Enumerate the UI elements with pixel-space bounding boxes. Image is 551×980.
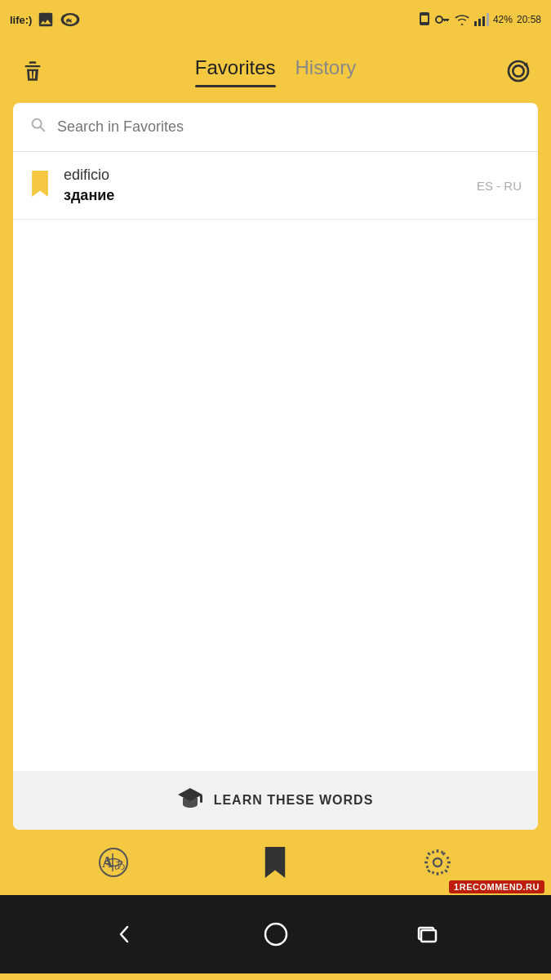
translate-icon: A あ (98, 847, 129, 878)
svg-rect-13 (25, 65, 41, 67)
status-left: life:) 🏍 (10, 11, 81, 29)
list-item: edificio здание ES - RU (13, 152, 538, 220)
svg-rect-4 (421, 16, 428, 22)
main-card: edificio здание ES - RU LEARN THESE WORD… (13, 103, 538, 830)
search-bar (13, 103, 538, 152)
signal-icon (474, 13, 489, 26)
svg-rect-27 (421, 930, 436, 942)
settings-icon (423, 848, 452, 877)
motorbike-icon: 🏍 (60, 11, 81, 29)
svg-rect-19 (200, 795, 202, 803)
svg-rect-12 (487, 13, 489, 26)
app-name-label: life:) (10, 14, 32, 26)
bookmark-filled-icon (29, 171, 51, 201)
android-nav (0, 895, 551, 973)
status-bar: life:) 🏍 42% 20:58 (0, 0, 551, 39)
svg-rect-11 (482, 16, 485, 26)
home-button[interactable] (258, 916, 294, 952)
battery-label: 42% (493, 14, 513, 25)
tab-favorites[interactable]: Favorites (195, 56, 276, 86)
refresh-icon (505, 58, 531, 84)
tabs-container: Favorites History (195, 56, 356, 86)
svg-rect-8 (444, 19, 446, 21)
search-icon (29, 116, 47, 138)
home-icon (263, 921, 289, 947)
learn-bar[interactable]: LEARN THESE WORDS (13, 771, 538, 830)
svg-rect-10 (478, 19, 481, 26)
settings-button[interactable] (416, 841, 459, 884)
trash-icon (21, 58, 44, 84)
photo-icon (37, 11, 55, 29)
svg-rect-7 (447, 19, 448, 21)
recent-icon (415, 923, 438, 946)
search-input[interactable] (57, 118, 522, 136)
svg-rect-9 (474, 21, 477, 26)
watermark: 1RECOMMEND.RU (449, 880, 544, 893)
word-text: edificio здание (64, 167, 464, 204)
svg-line-17 (40, 127, 44, 131)
svg-point-24 (433, 858, 442, 866)
learn-label: LEARN THESE WORDS (214, 793, 374, 808)
delete-button[interactable] (16, 55, 49, 87)
svg-point-5 (436, 16, 442, 23)
recent-apps-button[interactable] (409, 916, 445, 952)
svg-text:🏍: 🏍 (65, 16, 72, 24)
bookmark-button[interactable] (254, 841, 296, 884)
time-label: 20:58 (517, 14, 541, 25)
back-icon (113, 922, 137, 947)
key-icon (435, 14, 450, 25)
translate-button[interactable]: A あ (92, 841, 135, 884)
wifi-icon (454, 13, 470, 26)
top-bar: Favorites History (0, 39, 551, 103)
bookmark-icon (262, 847, 288, 878)
status-icons: 42% 20:58 (418, 12, 541, 27)
svg-point-25 (265, 924, 287, 945)
word-translation: здание (64, 187, 464, 204)
back-button[interactable] (107, 916, 143, 952)
svg-point-15 (513, 65, 523, 76)
graduation-cap-icon (178, 786, 202, 814)
svg-text:A: A (102, 854, 113, 871)
sim-icon (418, 12, 431, 27)
word-list: edificio здание ES - RU (13, 152, 538, 771)
word-original: edificio (64, 167, 464, 184)
tab-history[interactable]: History (295, 56, 357, 86)
refresh-button[interactable] (502, 55, 535, 87)
word-lang: ES - RU (477, 179, 522, 193)
